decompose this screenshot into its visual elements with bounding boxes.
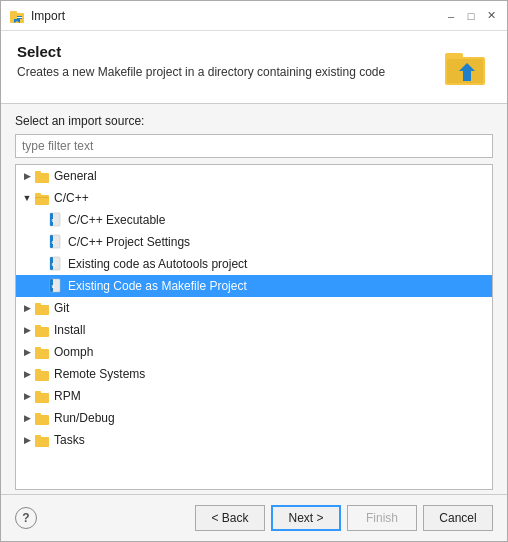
svg-rect-6 [445, 53, 463, 59]
svg-rect-36 [35, 415, 49, 425]
svg-rect-9 [35, 173, 49, 183]
svg-rect-37 [35, 413, 41, 416]
footer-left: ? [15, 507, 37, 529]
item-label-git: Git [54, 301, 69, 315]
minimize-button[interactable]: – [443, 9, 459, 23]
maximize-button[interactable]: □ [463, 9, 479, 23]
expand-icon-oomph[interactable]: ▶ [20, 345, 34, 359]
item-label-cpp-exec: C/C++ Executable [68, 213, 165, 227]
file-icon-makefile: c [48, 278, 64, 294]
item-label-autotools: Existing code as Autotools project [68, 257, 247, 271]
folder-icon-remote [34, 366, 50, 382]
file-icon-cpp-exec: c [48, 212, 64, 228]
item-label-rundebug: Run/Debug [54, 411, 115, 425]
leaf-spacer-cpp-exec [34, 213, 48, 227]
close-button[interactable]: ✕ [483, 9, 499, 23]
folder-icon-rundebug [34, 410, 50, 426]
folder-icon-git [34, 300, 50, 316]
help-button[interactable]: ? [15, 507, 37, 529]
header-section: Select Creates a new Makefile project in… [1, 31, 507, 104]
item-label-oomph: Oomph [54, 345, 93, 359]
item-label-makefile: Existing Code as Makefile Project [68, 279, 247, 293]
next-button[interactable]: Next > [271, 505, 341, 531]
svg-rect-27 [35, 303, 41, 306]
item-label-tasks: Tasks [54, 433, 85, 447]
footer-section: ? < Back Next > Finish Cancel [1, 494, 507, 541]
expand-icon-rpm[interactable]: ▶ [20, 389, 34, 403]
folder-icon-tasks [34, 432, 50, 448]
dialog-title: Import [31, 9, 443, 23]
svg-rect-12 [35, 193, 41, 196]
file-icon-cpp-proj: c [48, 234, 64, 250]
file-icon-autotools: c [48, 256, 64, 272]
tree-item-makefile[interactable]: c Existing Code as Makefile Project [16, 275, 492, 297]
item-label-cpp: C/C++ [54, 191, 89, 205]
source-label: Select an import source: [15, 114, 493, 128]
folder-icon-rpm [34, 388, 50, 404]
window-controls: – □ ✕ [443, 9, 499, 23]
tree-container[interactable]: ▶ General▼ C/C++ c C/C++ Executable c C/… [15, 164, 493, 490]
svg-rect-11 [35, 195, 49, 205]
svg-rect-32 [35, 371, 49, 381]
svg-rect-30 [35, 349, 49, 359]
item-label-cpp-proj: C/C++ Project Settings [68, 235, 190, 249]
back-button[interactable]: < Back [195, 505, 265, 531]
folder-icon-oomph [34, 344, 50, 360]
page-title: Select [17, 43, 431, 60]
dialog-icon [9, 8, 25, 24]
tree-item-git[interactable]: ▶ Git [16, 297, 492, 319]
page-description: Creates a new Makefile project in a dire… [17, 64, 431, 81]
body-section: Select an import source: ▶ General▼ C/C+… [1, 104, 507, 494]
tree-item-tasks[interactable]: ▶ Tasks [16, 429, 492, 451]
leaf-spacer-makefile [34, 279, 48, 293]
tree-item-rundebug[interactable]: ▶ Run/Debug [16, 407, 492, 429]
expand-icon-install[interactable]: ▶ [20, 323, 34, 337]
tree-item-remote[interactable]: ▶ Remote Systems [16, 363, 492, 385]
svg-rect-1 [10, 11, 17, 14]
folder-icon-install [34, 322, 50, 338]
svg-rect-35 [35, 391, 41, 394]
tree-item-install[interactable]: ▶ Install [16, 319, 492, 341]
item-label-rpm: RPM [54, 389, 81, 403]
tree-item-cpp[interactable]: ▼ C/C++ [16, 187, 492, 209]
svg-rect-26 [35, 305, 49, 315]
svg-rect-33 [35, 369, 41, 372]
svg-rect-39 [35, 435, 41, 438]
filter-input[interactable] [15, 134, 493, 158]
title-bar: Import – □ ✕ [1, 1, 507, 31]
tree-item-general[interactable]: ▶ General [16, 165, 492, 187]
svg-rect-10 [35, 171, 41, 174]
expand-icon-rundebug[interactable]: ▶ [20, 411, 34, 425]
header-import-icon [443, 43, 491, 91]
svg-rect-29 [35, 325, 41, 328]
leaf-spacer-cpp-proj [34, 235, 48, 249]
expand-icon-remote[interactable]: ▶ [20, 367, 34, 381]
import-dialog: Import – □ ✕ Select Creates a new Makefi… [0, 0, 508, 542]
item-label-remote: Remote Systems [54, 367, 145, 381]
expand-icon-tasks[interactable]: ▶ [20, 433, 34, 447]
cancel-button[interactable]: Cancel [423, 505, 493, 531]
svg-rect-28 [35, 327, 49, 337]
expand-icon-general[interactable]: ▶ [20, 169, 34, 183]
svg-rect-31 [35, 347, 41, 350]
footer-buttons: < Back Next > Finish Cancel [195, 505, 493, 531]
finish-button[interactable]: Finish [347, 505, 417, 531]
svg-rect-38 [35, 437, 49, 447]
tree-item-rpm[interactable]: ▶ RPM [16, 385, 492, 407]
tree-item-autotools[interactable]: c Existing code as Autotools project [16, 253, 492, 275]
item-label-general: General [54, 169, 97, 183]
expand-icon-cpp[interactable]: ▼ [20, 191, 34, 205]
leaf-spacer-autotools [34, 257, 48, 271]
tree-item-cpp-proj[interactable]: c C/C++ Project Settings [16, 231, 492, 253]
header-content: Select Creates a new Makefile project in… [17, 43, 431, 81]
tree-item-cpp-exec[interactable]: c C/C++ Executable [16, 209, 492, 231]
folder-icon-general [34, 168, 50, 184]
svg-rect-34 [35, 393, 49, 403]
item-label-install: Install [54, 323, 85, 337]
folder-icon-cpp [34, 190, 50, 206]
svg-rect-13 [35, 197, 49, 198]
tree-item-oomph[interactable]: ▶ Oomph [16, 341, 492, 363]
expand-icon-git[interactable]: ▶ [20, 301, 34, 315]
